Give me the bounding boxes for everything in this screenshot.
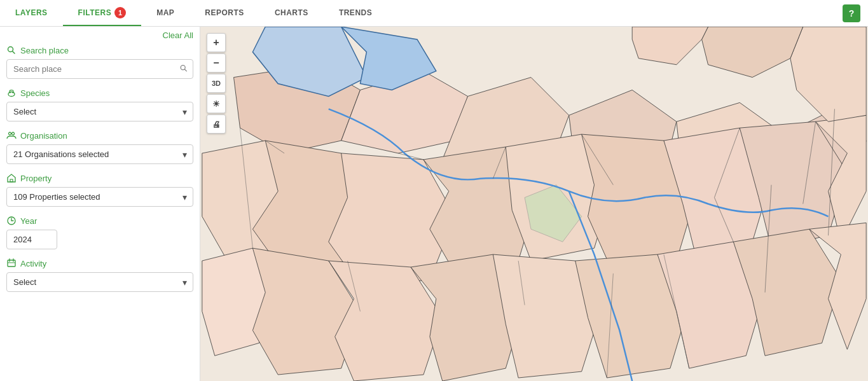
main-content: Clear All Search place [0, 27, 868, 381]
search-place-section: Search place [0, 43, 200, 84]
tab-trends[interactable]: TRENDS [324, 0, 387, 26]
svg-rect-11 [8, 260, 15, 267]
activity-icon [6, 258, 17, 268]
search-place-input[interactable] [6, 59, 193, 79]
svg-point-8 [12, 132, 15, 135]
top-navigation: LAYERS FILTERS 1 MAP REPORTS CHARTS TREN… [0, 0, 868, 27]
search-place-label: Search place [6, 45, 193, 55]
property-select-wrap: 109 Properties selected [6, 187, 193, 207]
search-submit-button[interactable] [179, 64, 188, 74]
sidebar-top-bar: Clear All [0, 27, 200, 43]
year-section: Year [0, 212, 200, 254]
organisation-select-wrap: 21 Organisations selected [6, 144, 193, 164]
zoom-in-button[interactable]: + [207, 33, 226, 52]
three-d-button[interactable]: 3D [207, 74, 226, 93]
property-icon [6, 173, 17, 183]
year-icon [6, 216, 17, 226]
map-area[interactable]: + − 3D ☀ 🖨 [200, 27, 868, 381]
tab-map[interactable]: MAP [141, 0, 189, 26]
species-icon [6, 88, 17, 98]
light-button[interactable]: ☀ [207, 94, 226, 113]
organisation-label: Organisation [6, 130, 193, 141]
tab-charts[interactable]: CHARTS [259, 0, 324, 26]
activity-select-wrap: Select [6, 272, 193, 292]
svg-point-7 [9, 132, 11, 135]
year-label: Year [6, 216, 193, 226]
search-place-icon [6, 45, 17, 55]
species-section: Species Select [0, 84, 200, 127]
activity-label: Activity [6, 258, 193, 268]
organisation-select[interactable]: 21 Organisations selected [6, 144, 193, 164]
activity-section: Activity Select [0, 254, 200, 297]
clear-all-button[interactable]: Clear All [163, 31, 193, 40]
map-controls: + − 3D ☀ 🖨 [207, 33, 226, 134]
activity-select[interactable]: Select [6, 272, 193, 292]
year-input[interactable] [6, 230, 57, 249]
search-input-wrap [6, 59, 193, 79]
tab-layers[interactable]: LAYERS [0, 0, 63, 26]
print-button[interactable]: 🖨 [207, 114, 226, 134]
property-select[interactable]: 109 Properties selected [6, 187, 193, 207]
svg-point-5 [9, 92, 11, 94]
organisation-icon [6, 130, 17, 141]
svg-line-1 [13, 52, 15, 54]
tab-filters[interactable]: FILTERS 1 [63, 0, 142, 26]
help-button[interactable]: ? [843, 4, 860, 22]
map-svg [200, 27, 868, 381]
property-section: Property 109 Properties selected [0, 169, 200, 212]
species-select[interactable]: Select [6, 102, 193, 121]
sidebar-panel: Clear All Search place [0, 27, 200, 381]
tab-reports[interactable]: REPORTS [189, 0, 259, 26]
species-select-wrap: Select [6, 102, 193, 121]
property-label: Property [6, 173, 193, 183]
filters-badge: 1 [114, 7, 126, 18]
svg-point-6 [12, 92, 14, 94]
zoom-out-button[interactable]: − [207, 53, 226, 73]
species-label: Species [6, 88, 193, 98]
svg-line-3 [184, 69, 186, 71]
organisation-section: Organisation 21 Organisations selected [0, 127, 200, 169]
